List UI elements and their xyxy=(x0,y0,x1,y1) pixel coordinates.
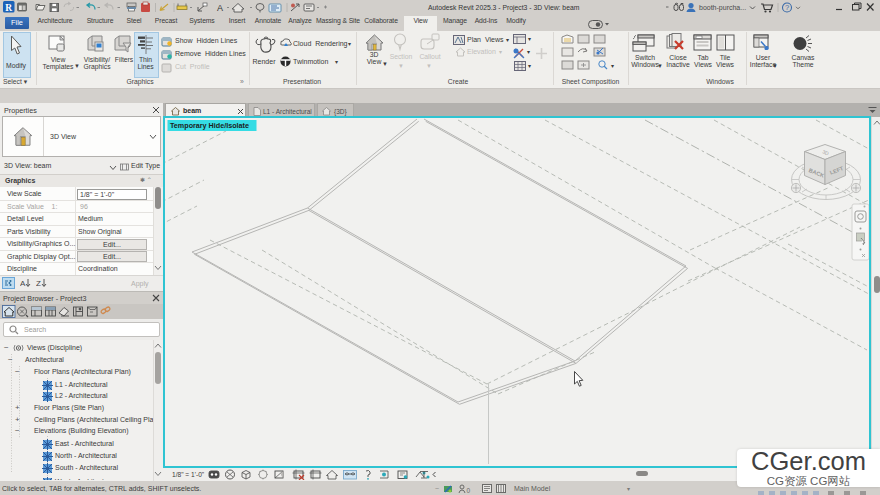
svg-text:0: 0 xyxy=(467,487,471,494)
svg-text:Z: Z xyxy=(36,279,41,288)
svg-text:Temporary Hide/Isolate: Temporary Hide/Isolate xyxy=(170,121,249,130)
svg-text:booth-purcha...: booth-purcha... xyxy=(699,4,746,12)
svg-text:R: R xyxy=(5,3,12,13)
svg-text:A: A xyxy=(217,3,223,13)
svg-text:?: ? xyxy=(785,3,789,12)
svg-text:A: A xyxy=(20,279,26,288)
